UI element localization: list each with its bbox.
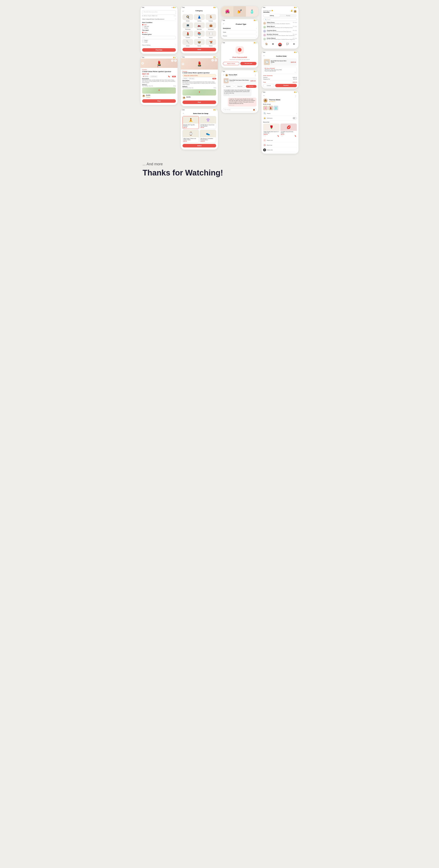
type-smartphone[interactable]: Smartphone ›: [223, 27, 257, 30]
nav-profile[interactable]: ⊟: [293, 43, 295, 46]
swap-item-button[interactable]: Swap Item: [234, 85, 245, 88]
back-chat[interactable]: ←: [223, 74, 225, 76]
chat-more-icon[interactable]: ⋮: [255, 74, 257, 76]
tab-selling[interactable]: Selling: [264, 14, 280, 17]
cat-kitchen-3[interactable]: 🥄 Kitchen: [182, 39, 193, 46]
type-pristine[interactable]: Pristine ›: [223, 34, 257, 38]
back-product-type[interactable]: ←: [223, 23, 225, 25]
report-icon: ⚠: [263, 139, 266, 142]
col-3: 🌺 💅 🧴 9:41 📶 🔋 ← Product Type: [221, 6, 258, 113]
cat-book[interactable]: 📚 Book: [194, 31, 205, 38]
cat-kitchen-5[interactable]: 🫕 Kitchen: [206, 39, 216, 46]
info-brooklyn: Brooklyn Simmons 9hrs ago Fossil Women's…: [267, 34, 297, 36]
nav-home[interactable]: 🏠: [265, 43, 268, 46]
cancel-button[interactable]: Cancel: [263, 84, 274, 87]
tab-buying[interactable]: Buying: [280, 14, 296, 17]
back-swap[interactable]: ←: [182, 112, 184, 114]
back-confirm[interactable]: ←: [263, 55, 265, 57]
msg-wade[interactable]: W Wade Warren 2hrs ago Oily Skin Beauty …: [263, 26, 297, 29]
swap-item-3[interactable]: ⌚ FitBit Charge 4 Fitness and Activity T…: [182, 130, 199, 143]
done-button[interactable]: Done: [182, 48, 216, 51]
send-icon[interactable]: 📤: [253, 109, 255, 111]
font-opt-AA[interactable]: AA: [144, 15, 146, 17]
payment-button[interactable]: Payment: [275, 84, 297, 87]
bookmark-icon-2[interactable]: 🔖: [295, 135, 296, 137]
back-profile[interactable]: ←: [263, 94, 265, 97]
more-icon-profile[interactable]: ⋮: [295, 95, 297, 97]
page-wrapper: 9:41 ▪▪▪ 📶 🔋 Tell people about your prod…: [136, 0, 303, 190]
back-home-button[interactable]: Back to Home: [223, 62, 239, 65]
status-bar-messaging: 9:41 📶 🔋: [262, 6, 298, 8]
font-opt-aa[interactable]: Aa: [142, 15, 143, 17]
report-row[interactable]: ⚠ Report user: [263, 138, 297, 143]
cat-accessories[interactable]: 👜 Accessories: [206, 23, 216, 30]
message-placeholder[interactable]: Type message: [224, 109, 252, 110]
swap-items-grid: 🧘 Manduka eKO Yoga Mat - Premium... $95.…: [182, 116, 216, 143]
more-icon-product-right[interactable]: ⋮: [214, 59, 217, 61]
condition-new[interactable]: New: [142, 24, 176, 25]
swap-item-2[interactable]: 👚 KTT281 Women Casual Crew Neck Buchees.…: [200, 116, 216, 129]
condition-like-new[interactable]: Like new: [142, 26, 176, 27]
user-avatar-msg[interactable]: 👩: [293, 10, 297, 13]
type-tablet[interactable]: Tablet ›: [223, 30, 257, 34]
post-button-left[interactable]: Post: [142, 99, 176, 103]
search-bar-msg[interactable]: 🔍 Search: [263, 18, 297, 21]
prev-arrow-right[interactable]: ‹: [182, 63, 184, 65]
chat-messages: It is possible to attach a key to the pu…: [223, 89, 257, 107]
address-chevron[interactable]: ›: [295, 72, 295, 73]
product-meta-left: 📅 7/9/2020 👁 1544 views 🔖 ↑ NEW: [142, 75, 176, 78]
select-button[interactable]: Select: [182, 144, 216, 148]
msg-courtney[interactable]: C Courtney Henry 9hrs ago EltaMD UV Clea…: [263, 30, 297, 33]
negotiate-button[interactable]: Negotiate: [223, 85, 234, 88]
want-both[interactable]: A both: [142, 41, 176, 42]
bookmark-icon-1[interactable]: 🔖: [277, 135, 279, 137]
cat-clothing[interactable]: 👗 Clothing: [194, 14, 205, 22]
notification-toggle[interactable]: [293, 117, 297, 119]
cat-cosmetic[interactable]: 💄 Cosmetic: [182, 31, 193, 38]
share-icon[interactable]: ↑: [171, 59, 174, 62]
nav-chat[interactable]: 💬: [286, 43, 289, 46]
want-sell[interactable]: Sell it: [142, 32, 176, 33]
nav-grid[interactable]: ⊞: [272, 43, 274, 46]
product-meta-right: 7/9/2020 1544 views NEW: [182, 78, 216, 80]
msg-albert[interactable]: A Albert Flores 2hrs ago Juice Beauty St…: [263, 22, 297, 25]
font-opt-italic[interactable]: Italic: [155, 15, 157, 17]
condition-pristine[interactable]: Pristine: [142, 27, 176, 29]
cat-kitchen-4[interactable]: 🍲 Kitchen: [194, 39, 205, 46]
msg-kristin[interactable]: K Kristin Watson 2hrs ago BL+VG Set of 3…: [263, 38, 297, 40]
delete-row[interactable]: 🗑 Delete chat: [263, 148, 297, 152]
buy-item-button[interactable]: Buy Item: [246, 85, 257, 88]
bell-icon[interactable]: 🔔 2: [291, 10, 293, 13]
nav-camera[interactable]: 📷: [278, 43, 282, 46]
cat-motorbike[interactable]: 🏍️ Motorbike: [194, 23, 205, 30]
share-icon-right[interactable]: ↑: [211, 59, 214, 61]
font-opt-bold[interactable]: Bold: [152, 15, 155, 17]
more-icon-product[interactable]: ⋮: [174, 59, 177, 62]
swap-item-1[interactable]: 🧘 Manduka eKO Yoga Mat - Premium... $95.…: [182, 116, 199, 129]
want-swap[interactable]: Swap it: [142, 40, 176, 41]
profile-search-row[interactable]: 🔍 Search ›: [263, 111, 297, 116]
see-post-button[interactable]: See your post: [240, 62, 257, 65]
share-icon-product[interactable]: ↑: [171, 75, 171, 78]
swap-item-4[interactable]: 👟 Nike Women's Competition Running Shoes…: [200, 130, 216, 143]
post-now-button[interactable]: Post Now: [142, 48, 176, 52]
font-opt-greek[interactable]: αα: [146, 15, 147, 17]
price-input[interactable]: $: [142, 36, 176, 39]
cat-kitchen-2[interactable]: 🍽️ Kitchen: [206, 31, 216, 38]
font-opt-regular[interactable]: Regular: [148, 15, 152, 17]
bookmark-icon[interactable]: 🔖: [168, 75, 170, 78]
prev-arrow[interactable]: ‹: [141, 62, 144, 65]
cat-kitchen-1[interactable]: 🍳 Kitchen: [182, 14, 193, 22]
recent-item-2[interactable]: 💋 Lisa Waltter Havana Bronzing Powder...…: [281, 124, 297, 137]
post-button-right[interactable]: Post: [182, 100, 216, 104]
block-row[interactable]: 🚫 Block chat: [263, 143, 297, 148]
col-2: 9:41 📶 🔋 × Category 🍳 Kitchen: [181, 6, 218, 150]
cat-technology[interactable]: 💻 Technology: [182, 23, 193, 30]
recent-item-1[interactable]: 🌹 Organic Rosehip Seed Carrier Oil - 4 o…: [263, 124, 280, 137]
total-row: Total $297.05: [263, 82, 297, 83]
select-category-row[interactable]: Select Category/Product Type/Manufacture…: [142, 17, 176, 21]
cat-furniture[interactable]: 🪑 Furniture: [206, 14, 216, 22]
msg-brooklyn[interactable]: B Brooklyn Simmons 9hrs ago Fossil Women…: [263, 34, 297, 36]
description-field[interactable]: Tell people about your product: [142, 10, 176, 15]
place-of-delivery-row[interactable]: Place of delivery ›: [142, 43, 176, 47]
